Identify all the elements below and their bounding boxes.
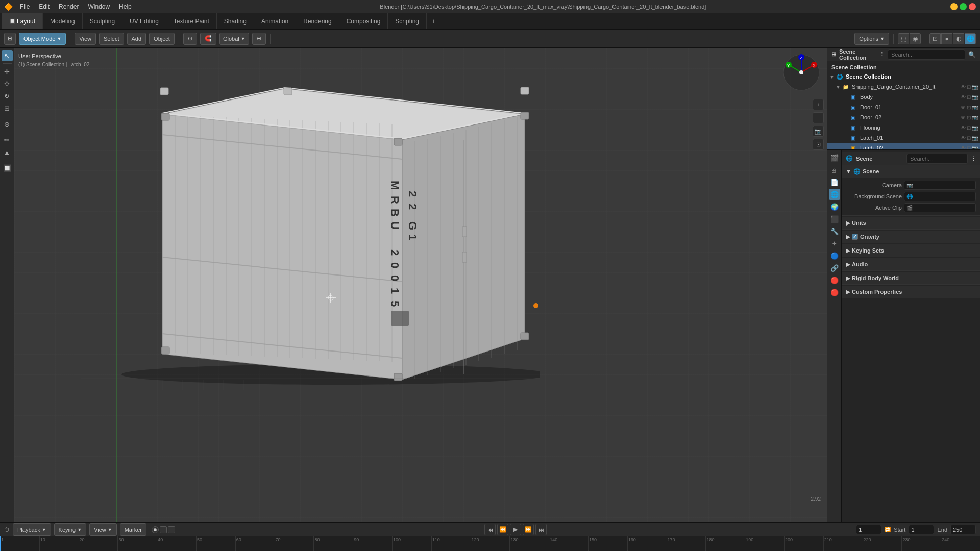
mode-select[interactable]: Object Mode ▼: [19, 33, 66, 45]
annotate-tool[interactable]: ✏: [2, 134, 13, 145]
jump-end-btn[interactable]: ⏭: [535, 524, 547, 535]
tab-scripting[interactable]: Scripting: [388, 13, 427, 29]
select-menu[interactable]: Select: [99, 33, 124, 45]
output-props-tab[interactable]: 🖨: [829, 164, 840, 176]
vis-door02[interactable]: 👁: [961, 115, 966, 120]
data-props-tab[interactable]: 🔴: [829, 274, 840, 286]
object-menu[interactable]: Object: [149, 33, 175, 45]
ren-door02[interactable]: 📷: [972, 115, 978, 120]
current-frame-field[interactable]: 1: [856, 525, 881, 534]
props-filter-icon[interactable]: ⋮: [971, 156, 976, 161]
rotate-tool[interactable]: ↻: [2, 90, 13, 102]
world-props-tab[interactable]: 🌍: [829, 201, 840, 212]
filter-icon[interactable]: ⋮: [879, 51, 885, 58]
outliner-search[interactable]: [888, 49, 965, 60]
object-props-tab[interactable]: ⬛: [829, 213, 840, 224]
properties-search[interactable]: [906, 154, 968, 164]
tab-animation[interactable]: Animation: [254, 13, 296, 29]
custom-props-header[interactable]: ▶ Custom Properties: [842, 286, 980, 298]
sel-door01[interactable]: ⊡: [967, 105, 971, 110]
particle-props-tab[interactable]: ✦: [829, 238, 840, 249]
maximize-button[interactable]: [960, 3, 967, 10]
playback-nec-btn[interactable]: [160, 526, 167, 533]
end-frame-field[interactable]: 250: [950, 525, 976, 534]
measure-tool[interactable]: ▲: [2, 146, 13, 158]
menu-render[interactable]: Render: [55, 2, 83, 11]
outliner-item-door01[interactable]: ▶ ▣ Door_01 👁 ⊡ 📷: [827, 102, 980, 112]
modifier-props-tab[interactable]: 🔧: [829, 226, 840, 237]
tab-shading[interactable]: Shading: [217, 13, 254, 29]
playback-menu[interactable]: Playback ▼: [13, 523, 51, 536]
rendered-shade[interactable]: 🌐: [965, 33, 976, 44]
vis-latch02[interactable]: 👁: [961, 145, 966, 150]
editor-type-selector[interactable]: ⊞: [4, 33, 16, 45]
menu-help[interactable]: Help: [115, 2, 136, 11]
vis-door01[interactable]: 👁: [961, 105, 966, 110]
active-clip-value[interactable]: 🎬: [904, 203, 976, 212]
move-tool[interactable]: ✢: [2, 78, 13, 89]
playback-sync-btn[interactable]: [168, 526, 175, 533]
start-frame-field[interactable]: 1: [909, 525, 934, 534]
sel-flooring[interactable]: ⊡: [967, 125, 971, 131]
add-menu[interactable]: Add: [127, 33, 146, 45]
tab-rendering[interactable]: Rendering: [296, 13, 339, 29]
camera-view-button[interactable]: 📷: [813, 126, 824, 137]
zoom-in-button[interactable]: +: [813, 99, 824, 110]
close-button[interactable]: [969, 3, 976, 10]
units-section-header[interactable]: ▶ Units: [842, 217, 980, 229]
menu-file[interactable]: File: [16, 2, 34, 11]
marker-menu[interactable]: Marker: [120, 523, 146, 536]
add-primitive-tool[interactable]: 🔲: [2, 162, 13, 173]
jump-start-btn[interactable]: ⏮: [484, 524, 496, 535]
outliner-item-flooring[interactable]: ▶ ▣ Flooring 👁 ⊡ 📷: [827, 122, 980, 133]
tab-sculpting[interactable]: Sculpting: [83, 13, 122, 29]
outliner-item-latch01[interactable]: ▶ ▣ Latch_01 👁 ⊡ 📷: [827, 133, 980, 143]
tab-texture-paint[interactable]: Texture Paint: [166, 13, 217, 29]
tab-layout[interactable]: 🔲 Layout: [2, 13, 43, 29]
outliner-item-door02[interactable]: ▶ ▣ Door_02 👁 ⊡ 📷: [827, 112, 980, 122]
timeline-track[interactable]: 1102030405060708090100110120130140150160…: [0, 536, 980, 551]
keying-menu[interactable]: Keying ▼: [54, 523, 87, 536]
menu-edit[interactable]: Edit: [35, 2, 54, 11]
gravity-checkbox[interactable]: ✓: [852, 234, 858, 240]
ren-door01[interactable]: 📷: [972, 105, 978, 110]
physics-props-tab[interactable]: 🔵: [829, 250, 840, 261]
sel-latch02[interactable]: ⊡: [967, 145, 971, 150]
outliner-item-latch02[interactable]: ▶ ▣ Latch_02 👁 ⊡ 📷: [827, 143, 980, 149]
gravity-section-header[interactable]: ▶ ✓ Gravity: [842, 231, 980, 243]
transform-pivot[interactable]: ⊕: [252, 33, 266, 45]
solid-shade[interactable]: ●: [941, 33, 952, 44]
keying-sets-section-header[interactable]: ▶ Keying Sets: [842, 244, 980, 257]
render-icon[interactable]: 📷: [972, 84, 978, 90]
viewport[interactable]: User Perspective (1) Scene Collection | …: [14, 48, 827, 522]
tab-modeling[interactable]: Modeling: [43, 13, 83, 29]
proportional-edit[interactable]: ⊙: [183, 33, 197, 45]
sel-body[interactable]: ⊡: [967, 94, 971, 100]
material-shade[interactable]: ◐: [953, 33, 964, 44]
snap-toggle[interactable]: 🧲: [200, 33, 216, 45]
step-fwd-btn[interactable]: ⏩: [523, 524, 534, 535]
scene-section-header[interactable]: ▼ 🌐 Scene: [842, 165, 980, 178]
view-menu-timeline[interactable]: View ▼: [89, 523, 117, 536]
minimize-button[interactable]: [950, 3, 958, 10]
xray-toggle[interactable]: ⬚: [898, 33, 909, 44]
sel-door02[interactable]: ⊡: [967, 115, 971, 120]
wireframe-shade[interactable]: ⊡: [929, 33, 941, 44]
vis-latch01[interactable]: 👁: [961, 135, 966, 141]
transform-global[interactable]: Global ▼: [219, 33, 249, 45]
select-tool[interactable]: ↖: [2, 50, 13, 61]
render-props-tab[interactable]: 🎬: [829, 152, 840, 163]
search-icon[interactable]: 🔍: [968, 51, 976, 58]
rigid-body-world-header[interactable]: ▶ Rigid Body World: [842, 272, 980, 284]
visibility-icon[interactable]: 👁: [961, 84, 966, 90]
overlay-toggle[interactable]: ◉: [910, 33, 921, 44]
playback-rec-btn[interactable]: ⏺: [152, 526, 159, 533]
outliner-item-scene-collection[interactable]: ▼ 🌐 Scene Collection: [827, 71, 980, 82]
scale-tool[interactable]: ⊞: [2, 103, 13, 114]
frame-all-button[interactable]: ⊡: [813, 139, 824, 150]
outliner-item-body[interactable]: ▶ ▣ Body 👁 ⊡ 📷: [827, 92, 980, 102]
menu-window[interactable]: Window: [84, 2, 114, 11]
bg-scene-value[interactable]: 🌐: [904, 192, 976, 201]
sel-latch01[interactable]: ⊡: [967, 135, 971, 141]
constraints-tab[interactable]: 🔗: [829, 262, 840, 273]
